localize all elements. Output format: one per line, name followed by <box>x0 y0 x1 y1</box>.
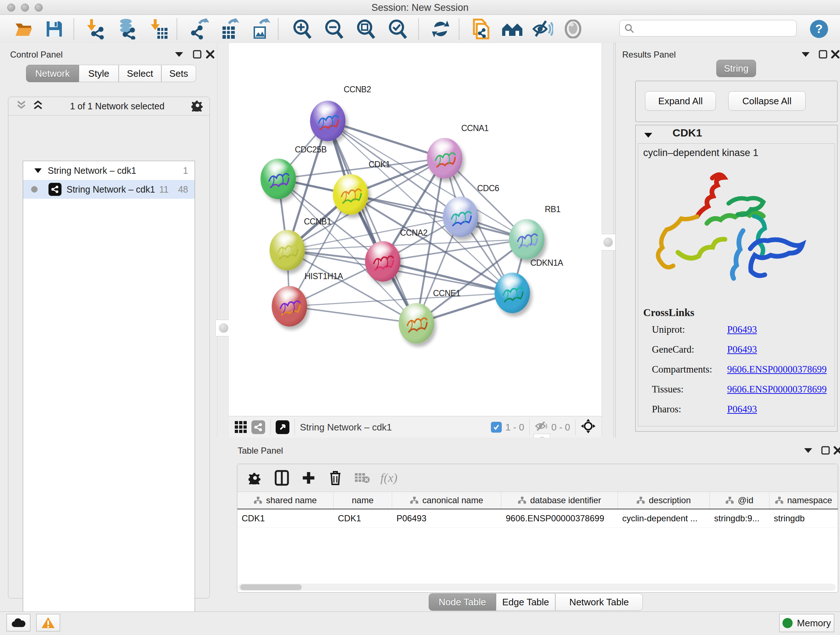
network-node-CCNB2[interactable] <box>310 101 346 141</box>
birdseye-view-icon[interactable] <box>276 420 289 434</box>
table-panel-collapse-icon[interactable] <box>804 447 813 455</box>
show-columns-icon[interactable] <box>268 467 295 489</box>
create-column-plus-icon[interactable] <box>295 467 322 489</box>
export-network-button[interactable] <box>187 18 210 40</box>
pan-crosshair-icon[interactable] <box>581 418 596 436</box>
network-node-CDC25B[interactable] <box>261 158 296 199</box>
network-node-CDC6[interactable] <box>443 196 478 237</box>
save-session-button[interactable] <box>43 18 66 40</box>
function-builder-icon[interactable]: f(x) <box>376 467 402 489</box>
column-header--id[interactable]: @id <box>710 492 769 509</box>
table-cell[interactable]: stringdb:9... <box>710 509 769 527</box>
results-tab-string[interactable]: String <box>716 60 756 77</box>
zoom-out-button[interactable] <box>323 18 346 40</box>
right-splitter-handle[interactable] <box>600 234 616 250</box>
control-panel-close-button[interactable] <box>205 50 215 60</box>
table-cell[interactable]: cyclin-dependent ... <box>618 509 710 527</box>
zoom-in-button[interactable] <box>291 18 314 40</box>
cloud-button[interactable] <box>6 614 30 631</box>
network-node-CCNE1[interactable] <box>399 303 434 344</box>
delete-table-icon[interactable] <box>349 467 376 489</box>
zoom-selected-button[interactable] <box>386 18 409 40</box>
network-node-CCNA1[interactable] <box>427 138 462 179</box>
network-options-gear-icon[interactable] <box>191 99 204 113</box>
gene-collapse-icon[interactable] <box>644 132 653 140</box>
network-share-view-icon[interactable] <box>251 420 265 434</box>
zoom-fit-button[interactable] <box>355 18 378 40</box>
collapse-all-networks-icon[interactable] <box>16 100 27 112</box>
table-panel-close-button[interactable] <box>833 446 840 456</box>
crosslink-value-link[interactable]: P06493 <box>727 404 757 415</box>
export-table-button[interactable] <box>218 18 241 40</box>
network-tree-row[interactable]: String Network – cdk1 1 <box>23 161 195 180</box>
memory-button[interactable]: Memory <box>779 614 834 632</box>
network-node-CDKN1A[interactable] <box>494 272 530 313</box>
help-button[interactable]: ? <box>807 18 831 40</box>
application-window: Session: New Session <box>0 0 840 635</box>
scrollbar-thumb[interactable] <box>240 584 302 590</box>
network-node-HIST1H1A[interactable] <box>272 286 307 326</box>
results-panel-close-button[interactable] <box>831 50 840 60</box>
network-canvas[interactable]: CCNB2 CCNA1 CDC25B CDK1 <box>229 43 602 416</box>
selected-checkbox-icon[interactable] <box>491 422 502 432</box>
search-input[interactable] <box>634 23 788 34</box>
table-row[interactable]: CDK1CDK1P064939606.ENSP00000378699cyclin… <box>237 509 838 528</box>
table-options-gear-icon[interactable] <box>242 467 268 489</box>
network-tree-row[interactable]: String Network – cdk1 11 48 <box>23 180 195 199</box>
network-node-RB1[interactable] <box>509 219 545 260</box>
control-panel-tab-select[interactable]: Select <box>118 65 161 82</box>
column-header-namespace[interactable]: namespace <box>769 492 838 509</box>
expand-all-button[interactable]: Expand All <box>645 91 716 111</box>
expand-all-networks-icon[interactable] <box>33 100 43 112</box>
network-node-CDK1[interactable] <box>333 174 368 215</box>
table-panel-float-button[interactable] <box>821 446 830 456</box>
open-session-button[interactable] <box>13 18 36 40</box>
hide-selected-button[interactable] <box>531 18 554 40</box>
show-all-button[interactable] <box>561 18 584 40</box>
control-panel-float-button[interactable] <box>193 50 202 60</box>
crosslink-value-link[interactable]: P06493 <box>727 324 757 335</box>
control-panel-tab-sets[interactable]: Sets <box>161 65 196 82</box>
delete-column-trash-icon[interactable] <box>322 467 349 489</box>
clone-network-button[interactable] <box>470 18 493 40</box>
control-panel-tab-network[interactable]: Network <box>26 65 79 82</box>
left-splitter[interactable] <box>217 43 229 437</box>
table-cell[interactable]: stringdb <box>769 509 838 527</box>
search-field[interactable] <box>619 20 797 36</box>
table-tab-edge-table[interactable]: Edge Table <box>496 593 555 611</box>
crosslink-value-link[interactable]: 9606.ENSP00000378699 <box>727 384 827 395</box>
table-cell[interactable]: CDK1 <box>333 509 392 527</box>
results-panel-collapse-icon[interactable] <box>801 51 810 59</box>
apply-layout-button[interactable] <box>429 18 452 40</box>
import-table-button[interactable] <box>148 18 171 40</box>
network-node-CCNA2[interactable] <box>365 241 401 282</box>
import-network-button[interactable] <box>84 18 107 40</box>
crosslink-value-link[interactable]: P06493 <box>727 344 757 355</box>
control-panel-collapse-icon[interactable] <box>174 51 184 59</box>
results-panel-float-button[interactable] <box>818 50 828 60</box>
hidden-eye-slash-icon[interactable] <box>535 421 548 434</box>
column-type-icon <box>725 496 734 504</box>
column-header-shared-name[interactable]: shared name <box>237 492 333 509</box>
control-panel-tab-style[interactable]: Style <box>79 65 118 82</box>
tree-expand-icon[interactable] <box>34 168 42 173</box>
table-tab-network-table[interactable]: Network Table <box>555 593 643 611</box>
collapse-all-button[interactable]: Collapse All <box>728 91 806 111</box>
group-nodes-button[interactable] <box>501 18 524 40</box>
table-horizontal-scrollbar[interactable] <box>238 584 836 591</box>
grid-view-icon[interactable] <box>234 420 248 434</box>
export-image-button[interactable] <box>249 18 272 40</box>
table-tab-node-table[interactable]: Node Table <box>429 593 496 611</box>
warning-button[interactable] <box>36 614 60 631</box>
crosslink-value-link[interactable]: 9606.ENSP00000378699 <box>727 364 827 375</box>
column-header-database-identifier[interactable]: database identifier <box>501 492 618 509</box>
table-cell[interactable]: 9606.ENSP00000378699 <box>501 509 618 527</box>
column-header-name[interactable]: name <box>333 492 392 509</box>
table-cell[interactable]: CDK1 <box>237 509 333 527</box>
import-network-from-database-button[interactable] <box>115 18 138 40</box>
column-header-canonical-name[interactable]: canonical name <box>392 492 501 509</box>
column-header-description[interactable]: description <box>618 492 710 509</box>
table-cell[interactable]: P06493 <box>392 509 501 527</box>
network-node-CCNB1[interactable] <box>270 230 305 271</box>
right-splitter[interactable] <box>602 43 614 437</box>
